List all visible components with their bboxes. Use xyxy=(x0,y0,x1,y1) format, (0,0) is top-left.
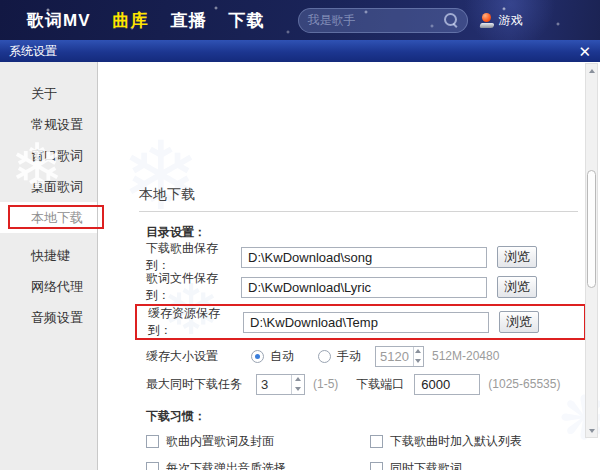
checkbox-label[interactable]: 每次下载弹出音质选择 xyxy=(166,460,286,470)
cache-browse-button[interactable]: 浏览 xyxy=(499,311,539,333)
settings-content: ❄ ❄ ❋ 本地下载 目录设置： 下载歌曲保存到： D:\KwDownload\… xyxy=(98,62,600,470)
song-path-label: 下载歌曲保存到： xyxy=(146,240,241,274)
cache-size-hint: 512M-20480 xyxy=(432,349,499,363)
search-input[interactable]: 我是歌手 xyxy=(298,8,468,33)
dialog-titlebar: 系统设置 ✕ xyxy=(0,40,600,62)
habits-section-label: 下载习惯： xyxy=(146,408,586,422)
dir-section-label: 目录设置： xyxy=(146,224,586,238)
dialog-title: 系统设置 xyxy=(9,43,57,60)
top-navbar: 歌词MV 曲库 直播 下载 我是歌手 游戏 xyxy=(0,0,600,40)
sidebar-item-local-download[interactable]: 本地下载 xyxy=(0,202,97,233)
cache-path-label: 缓存资源保存到： xyxy=(148,305,243,339)
nav-item-music-library[interactable]: 曲库 xyxy=(113,9,149,32)
checkbox-add-default-list[interactable] xyxy=(370,435,383,448)
checkbox-label[interactable]: 歌曲内置歌词及封面 xyxy=(166,433,274,450)
max-tasks-value: 3 xyxy=(257,375,291,394)
snowflake-icon: ❄ xyxy=(121,123,201,229)
vertical-scrollbar[interactable] xyxy=(585,63,598,438)
checkbox-label[interactable]: 同时下载歌词 xyxy=(390,460,462,470)
song-browse-button[interactable]: 浏览 xyxy=(497,246,537,268)
radio-manual[interactable] xyxy=(318,350,331,363)
lyric-browse-button[interactable]: 浏览 xyxy=(497,276,537,298)
max-tasks-stepper[interactable]: 3 xyxy=(256,374,305,395)
scrollbar-thumb[interactable] xyxy=(587,170,596,288)
max-tasks-label: 最大同时下载任务 xyxy=(146,376,256,393)
close-icon[interactable]: ✕ xyxy=(578,44,591,59)
nav-item-download[interactable]: 下载 xyxy=(229,9,265,32)
port-label: 下载端口 xyxy=(356,376,404,393)
cache-size-row: 缓存大小设置 自动 手动 5120 512M-20480 xyxy=(146,344,586,368)
cache-path-input[interactable]: D:\KwDownload\Temp xyxy=(243,312,489,333)
game-entry[interactable]: 游戏 xyxy=(480,12,523,29)
lyric-path-row: 歌词文件保存到： D:\KwDownload\Lyric 浏览 xyxy=(146,272,586,302)
sidebar-item-window-lyrics[interactable]: 窗口歌词 xyxy=(0,140,97,171)
scroll-down-icon[interactable] xyxy=(586,424,597,437)
max-tasks-hint: (1-5) xyxy=(313,377,338,391)
stepper-arrows[interactable] xyxy=(291,375,304,394)
scroll-up-icon[interactable] xyxy=(586,64,597,77)
red-annotation-box: 缓存资源保存到： D:\KwDownload\Temp 浏览 xyxy=(135,304,586,340)
game-label: 游戏 xyxy=(499,12,523,29)
sidebar-item-label: 本地下载 xyxy=(31,210,83,225)
habits-grid: 歌曲内置歌词及封面 下载歌曲时加入默认列表 每次下载弹出音质选择 同时下载歌词 xyxy=(146,428,586,470)
search-placeholder: 我是歌手 xyxy=(308,12,356,29)
habit-add-default-list: 下载歌曲时加入默认列表 xyxy=(370,433,594,450)
port-hint: (1025-65535) xyxy=(488,377,560,391)
stepper-arrows[interactable] xyxy=(413,347,423,366)
song-path-row: 下载歌曲保存到： D:\KwDownload\song 浏览 xyxy=(146,242,586,272)
radio-auto[interactable] xyxy=(251,350,264,363)
checkbox-download-lyrics[interactable] xyxy=(370,462,383,470)
cache-path-row: 缓存资源保存到： D:\KwDownload\Temp 浏览 xyxy=(148,309,580,335)
sidebar-item-desktop-lyrics[interactable]: 桌面歌词 xyxy=(0,171,97,202)
page-title: 本地下载 xyxy=(139,186,586,204)
max-tasks-row: 最大同时下载任务 3 (1-5) 下载端口 6000 (1025-65535) xyxy=(146,372,586,396)
checkbox-quality-popup[interactable] xyxy=(146,462,159,470)
sidebar-item-about[interactable]: 关于 xyxy=(0,78,97,109)
cache-size-stepper[interactable]: 5120 xyxy=(375,346,424,367)
habit-quality-popup: 每次下载弹出音质选择 xyxy=(146,460,370,470)
port-input[interactable]: 6000 xyxy=(414,374,480,395)
cache-size-label: 缓存大小设置 xyxy=(146,348,251,365)
settings-sidebar: ❄ 关于 常规设置 窗口歌词 桌面歌词 本地下载 快捷键 网络代理 音频设置 xyxy=(0,62,98,470)
joystick-icon xyxy=(480,13,494,28)
sidebar-item-shortcuts[interactable]: 快捷键 xyxy=(0,240,97,271)
sidebar-item-general[interactable]: 常规设置 xyxy=(0,109,97,140)
lyric-path-label: 歌词文件保存到： xyxy=(146,270,241,304)
search-icon[interactable] xyxy=(444,13,458,27)
radio-auto-label[interactable]: 自动 xyxy=(270,348,294,365)
nav-item-live[interactable]: 直播 xyxy=(171,9,207,32)
radio-manual-label[interactable]: 手动 xyxy=(337,348,361,365)
nav-item-lyrics-mv[interactable]: 歌词MV xyxy=(27,9,91,32)
checkbox-label[interactable]: 下载歌曲时加入默认列表 xyxy=(390,433,522,450)
sidebar-item-network-proxy[interactable]: 网络代理 xyxy=(0,271,97,302)
habit-download-lyrics: 同时下载歌词 xyxy=(370,460,594,470)
lyric-path-input[interactable]: D:\KwDownload\Lyric xyxy=(241,277,487,298)
divider xyxy=(139,211,578,212)
cache-size-value: 5120 xyxy=(376,347,413,366)
sidebar-item-audio[interactable]: 音频设置 xyxy=(0,302,97,333)
song-path-input[interactable]: D:\KwDownload\song xyxy=(241,247,487,268)
habit-embed-lyrics-cover: 歌曲内置歌词及封面 xyxy=(146,433,370,450)
settings-dialog-body: ❄ 关于 常规设置 窗口歌词 桌面歌词 本地下载 快捷键 网络代理 音频设置 ❄… xyxy=(0,62,600,470)
checkbox-embed-lyrics-cover[interactable] xyxy=(146,435,159,448)
